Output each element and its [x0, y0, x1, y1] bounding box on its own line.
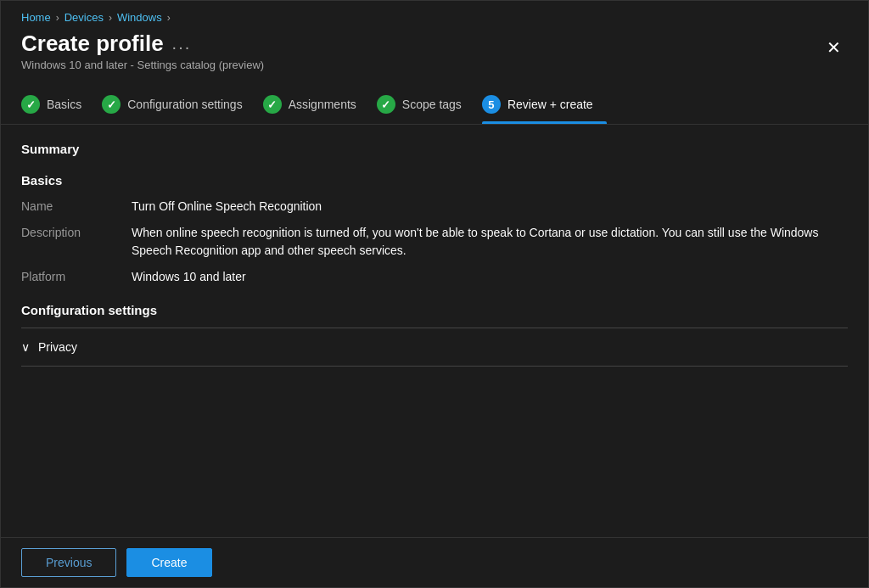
step-review-create[interactable]: 5 Review + create [482, 88, 607, 124]
breadcrumb-windows[interactable]: Windows [117, 11, 162, 24]
content-area: Summary Basics Name Turn Off Online Spee… [1, 125, 868, 537]
field-value-platform: Windows 10 and later [132, 268, 848, 286]
divider-bottom [21, 366, 848, 367]
field-label-description: Description [21, 224, 132, 239]
field-label-platform: Platform [21, 268, 132, 283]
field-row-description: Description When online speech recogniti… [21, 224, 848, 260]
breadcrumb-home[interactable]: Home [21, 11, 51, 24]
breadcrumb-devices[interactable]: Devices [64, 11, 104, 24]
steps-bar: ✓ Basics ✓ Configuration settings ✓ Assi… [1, 78, 868, 125]
field-row-platform: Platform Windows 10 and later [21, 268, 848, 286]
create-profile-panel: Home › Devices › Windows › Create profil… [0, 0, 869, 588]
close-button[interactable]: ✕ [820, 34, 848, 61]
step-basics-icon: ✓ [21, 95, 40, 114]
step-assignments-icon: ✓ [263, 95, 282, 114]
step-config[interactable]: ✓ Configuration settings [102, 88, 255, 124]
page-subtitle: Windows 10 and later - Settings catalog … [21, 59, 264, 71]
summary-title: Summary [21, 142, 848, 156]
step-config-label: Configuration settings [127, 98, 242, 111]
chevron-down-icon: ∨ [21, 340, 30, 354]
breadcrumb: Home › Devices › Windows › [1, 1, 868, 27]
header-left: Create profile ... Windows 10 and later … [21, 31, 264, 71]
config-settings-title: Configuration settings [21, 303, 848, 317]
field-row-name: Name Turn Off Online Speech Recognition [21, 198, 848, 216]
breadcrumb-sep-2: › [109, 12, 112, 24]
step-assignments-icon-content: ✓ [267, 98, 277, 111]
step-review-create-icon-content: 5 [488, 98, 494, 111]
field-label-name: Name [21, 198, 132, 213]
privacy-label: Privacy [38, 340, 77, 354]
step-config-icon: ✓ [102, 95, 121, 114]
config-settings-section: Configuration settings ∨ Privacy [21, 303, 848, 367]
step-config-icon-content: ✓ [107, 98, 116, 111]
step-basics-icon-content: ✓ [26, 98, 36, 111]
create-button[interactable]: Create [126, 548, 211, 577]
field-value-description: When online speech recognition is turned… [132, 224, 848, 260]
step-scope-tags-icon-content: ✓ [381, 98, 390, 111]
basics-section: Basics Name Turn Off Online Speech Recog… [21, 173, 848, 286]
basics-section-title: Basics [21, 173, 848, 188]
step-scope-tags[interactable]: ✓ Scope tags [377, 88, 475, 124]
step-scope-tags-label: Scope tags [402, 98, 462, 111]
page-title: Create profile [21, 31, 164, 57]
header-title-row: Create profile ... [21, 31, 264, 57]
previous-button[interactable]: Previous [21, 548, 116, 577]
breadcrumb-sep-3: › [167, 12, 171, 24]
step-basics[interactable]: ✓ Basics [21, 88, 95, 124]
step-basics-label: Basics [47, 98, 81, 111]
summary-section: Summary [21, 142, 848, 156]
privacy-row[interactable]: ∨ Privacy [21, 328, 848, 366]
footer: Previous Create [1, 537, 868, 587]
breadcrumb-sep-1: › [56, 12, 59, 24]
step-assignments-label: Assignments [289, 98, 356, 111]
step-review-create-icon: 5 [482, 95, 501, 114]
step-scope-tags-icon: ✓ [377, 95, 395, 114]
field-value-name: Turn Off Online Speech Recognition [132, 198, 848, 216]
panel-header: Create profile ... Windows 10 and later … [1, 27, 868, 78]
more-options-button[interactable]: ... [172, 34, 192, 53]
step-assignments[interactable]: ✓ Assignments [263, 88, 370, 124]
step-review-create-label: Review + create [507, 98, 593, 111]
